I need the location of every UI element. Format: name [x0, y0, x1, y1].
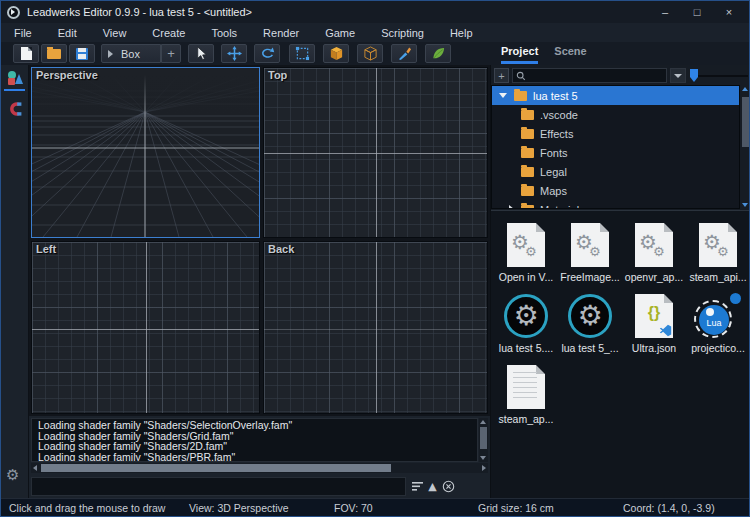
- scrollbar-thumb[interactable]: [742, 97, 749, 147]
- toolbar: Box +: [1, 42, 749, 65]
- tree-item-maps[interactable]: Maps: [492, 181, 739, 200]
- scroll-up-icon[interactable]: [742, 87, 748, 91]
- scale-tool-button[interactable]: [289, 44, 315, 63]
- menu-tools[interactable]: Tools: [198, 27, 250, 39]
- menu-view[interactable]: View: [90, 27, 140, 39]
- log-filter-warnings-button[interactable]: ▲︎: [425, 478, 440, 494]
- collapse-icon[interactable]: [499, 93, 507, 98]
- file-item[interactable]: ⚙lua test 5....: [495, 292, 557, 354]
- rotate-icon: [260, 46, 275, 61]
- solid-shading-button[interactable]: [323, 44, 349, 63]
- console-vertical-scrollbar[interactable]: [479, 418, 488, 462]
- thumbnail-size-slider[interactable]: [690, 68, 748, 83]
- scrollbar-thumb[interactable]: [480, 427, 487, 449]
- console-settings-button[interactable]: ⚙: [6, 467, 19, 483]
- tree-item-label: Legal: [540, 166, 567, 178]
- grid-axis: [264, 329, 487, 330]
- rotate-tool-button[interactable]: [254, 44, 280, 63]
- tree-scrollbar[interactable]: [741, 85, 750, 209]
- save-icon: [76, 48, 88, 60]
- menu-render[interactable]: Render: [250, 27, 312, 39]
- file-item[interactable]: ⚙⚙FreeImage...: [559, 221, 621, 283]
- tree-item-effects[interactable]: Effects: [492, 124, 739, 143]
- app-logo-icon: [7, 6, 20, 19]
- scrollbar-thumb[interactable]: [41, 464, 391, 472]
- primitive-dropdown[interactable]: Box: [101, 44, 161, 63]
- scroll-down-icon[interactable]: [480, 456, 486, 460]
- tree-item-label: .vscode: [540, 109, 578, 121]
- project-tree[interactable]: lua test 5 .vscodeEffectsFontsLegalMapsM…: [491, 85, 740, 209]
- expand-icon[interactable]: [509, 205, 514, 209]
- tab-scene[interactable]: Scene: [554, 45, 586, 64]
- viewport-back[interactable]: Back: [263, 241, 488, 414]
- add-primitive-button[interactable]: +: [161, 44, 181, 63]
- add-asset-button[interactable]: +: [494, 68, 509, 83]
- console-log[interactable]: Loading shader family "Shaders/Selection…: [31, 418, 478, 462]
- tree-item-materials[interactable]: Materials: [492, 200, 739, 209]
- error-icon: [442, 480, 455, 493]
- open-folder-button[interactable]: [41, 44, 67, 63]
- file-item[interactable]: Luaprojectico...: [687, 292, 749, 354]
- slider-handle[interactable]: [690, 69, 698, 82]
- move-tool-button[interactable]: [221, 44, 247, 63]
- tree-item-root[interactable]: lua test 5: [492, 86, 739, 105]
- file-item[interactable]: ⚙lua test 5_...: [559, 292, 621, 354]
- file-item[interactable]: ⚙⚙openvr_ap...: [623, 221, 685, 283]
- file-item[interactable]: ⚙⚙Open in V...: [495, 221, 557, 283]
- file-item[interactable]: ⚙⚙steam_api...: [687, 221, 749, 283]
- open-folder-icon: [47, 49, 61, 59]
- maximize-button[interactable]: □: [681, 1, 713, 23]
- left-tool-strip: ⚙: [1, 65, 29, 498]
- tree-item-label: Effects: [540, 128, 573, 140]
- select-tool-button[interactable]: [188, 44, 214, 63]
- save-button[interactable]: [69, 44, 95, 63]
- publish-button[interactable]: [425, 44, 451, 63]
- gear-file-icon: ⚙⚙: [571, 223, 609, 267]
- cursor-icon: [194, 46, 209, 61]
- new-file-button[interactable]: [13, 44, 39, 63]
- file-label: Open in V...: [495, 271, 557, 283]
- tree-item-legal[interactable]: Legal: [492, 162, 739, 181]
- file-item[interactable]: steam_ap...: [495, 363, 557, 425]
- minimize-button[interactable]: –: [649, 1, 681, 23]
- viewport-perspective[interactable]: Perspective: [31, 67, 260, 238]
- log-filter-errors-button[interactable]: [441, 478, 456, 494]
- filter-dropdown-button[interactable]: [670, 68, 686, 83]
- wireframe-shading-button[interactable]: [357, 44, 383, 63]
- tree-item-label: lua test 5: [533, 90, 578, 102]
- search-box[interactable]: [512, 68, 667, 83]
- title-bar[interactable]: Leadwerks Editor 0.9.9 - lua test 5 - <u…: [1, 1, 749, 23]
- viewport-left[interactable]: Left: [31, 241, 260, 414]
- menu-bar: FileEditViewCreateToolsRenderGameScripti…: [1, 23, 749, 42]
- scroll-down-icon[interactable]: [742, 203, 748, 207]
- file-grid[interactable]: ⚙⚙Open in V...⚙⚙FreeImage...⚙⚙openvr_ap.…: [491, 210, 750, 498]
- scroll-right-icon[interactable]: [482, 465, 486, 471]
- menu-file[interactable]: File: [1, 27, 45, 39]
- console-command-input[interactable]: [31, 477, 406, 496]
- log-filter-all-button[interactable]: [410, 478, 425, 494]
- objects-mode-button[interactable]: [6, 70, 24, 88]
- project-panel: + lua test 5 .vscodeEffectsFontsLegalMap…: [490, 65, 750, 498]
- lines-icon: [411, 480, 424, 493]
- new-file-icon: [21, 47, 32, 60]
- console-line: Loading shader family "Shaders/PBR.fam": [38, 452, 477, 463]
- tab-project[interactable]: Project: [501, 45, 538, 64]
- menu-create[interactable]: Create: [139, 27, 198, 39]
- scroll-up-icon[interactable]: [480, 420, 486, 424]
- viewport-top[interactable]: Top: [263, 67, 488, 238]
- tree-item-fonts[interactable]: Fonts: [492, 143, 739, 162]
- file-item[interactable]: {}Ultra.json: [623, 292, 685, 354]
- snap-mode-button[interactable]: [7, 101, 23, 119]
- tree-item-vscode[interactable]: .vscode: [492, 105, 739, 124]
- status-coord: Coord: (1.4, 0, -3.9): [623, 502, 715, 514]
- search-input[interactable]: [529, 69, 649, 82]
- console-horizontal-scrollbar[interactable]: [31, 463, 488, 473]
- scroll-left-icon[interactable]: [33, 465, 37, 471]
- close-button[interactable]: ×: [713, 1, 745, 23]
- menu-game[interactable]: Game: [312, 27, 368, 39]
- menu-edit[interactable]: Edit: [45, 27, 90, 39]
- menu-scripting[interactable]: Scripting: [368, 27, 437, 39]
- magnet-icon: [7, 101, 23, 117]
- menu-help[interactable]: Help: [437, 27, 486, 39]
- paint-tool-button[interactable]: [391, 44, 417, 63]
